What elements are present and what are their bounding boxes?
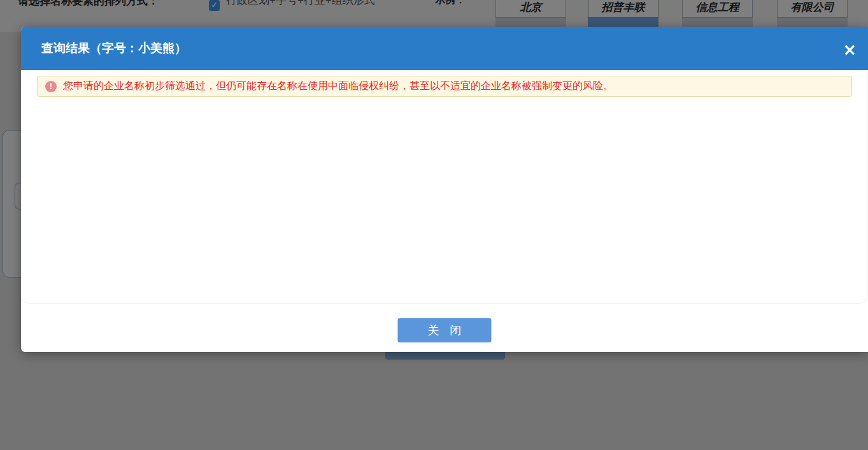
modal-header: 查询结果（字号：小美熊） × — [21, 27, 868, 70]
query-result-modal: 查询结果（字号：小美熊） × ! 您申请的企业名称初步筛选通过，但仍可能存在名称… — [21, 27, 868, 352]
close-button[interactable]: 关 闭 — [398, 318, 492, 342]
page: 请选择名称要素的排列方式： ✓ 行政区划+字号+行业+组织形式 示例： 北京 招… — [0, 0, 868, 450]
close-icon[interactable]: × — [843, 41, 857, 58]
modal-footer: 关 闭 — [21, 304, 868, 352]
warning-text: 您申请的企业名称初步筛选通过，但仍可能存在名称在使用中面临侵权纠纷，甚至以不适宜… — [63, 80, 613, 93]
exclamation-icon: ! — [45, 81, 57, 92]
modal-title: 查询结果（字号：小美熊） — [41, 27, 187, 70]
modal-body: ! 您申请的企业名称初步筛选通过，但仍可能存在名称在使用中面临侵权纠纷，甚至以不… — [21, 70, 868, 304]
warning-banner: ! 您申请的企业名称初步筛选通过，但仍可能存在名称在使用中面临侵权纠纷，甚至以不… — [37, 76, 852, 97]
